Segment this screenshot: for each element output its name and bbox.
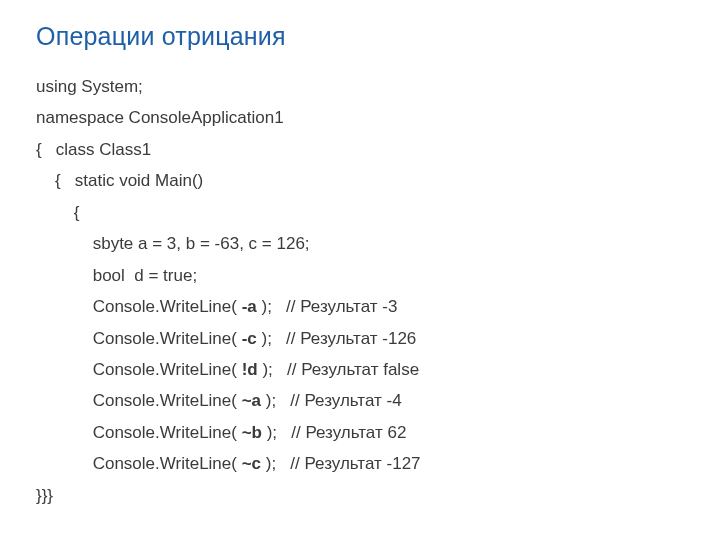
code-line: }}} [36,486,53,505]
code-line: bool d = true; [36,266,197,285]
code-bold: -c [242,329,257,348]
code-line: Console.WriteLine( [36,360,242,379]
code-bold: ~b [242,423,262,442]
code-bold: -a [242,297,257,316]
code-line: ); // Результат -4 [261,391,402,410]
code-line: Console.WriteLine( [36,329,242,348]
code-line: Console.WriteLine( [36,423,242,442]
code-line: ); // Результат -127 [261,454,421,473]
code-line: sbyte a = 3, b = -63, c = 126; [36,234,310,253]
code-line: Console.WriteLine( [36,297,242,316]
slide: Операции отрицания using System; namespa… [0,0,720,540]
code-bold: ~c [242,454,261,473]
code-line: Console.WriteLine( [36,454,242,473]
code-line: { [36,203,79,222]
code-line: ); // Результат -126 [257,329,417,348]
code-line: ); // Результат false [258,360,419,379]
code-line: ); // Результат 62 [262,423,406,442]
code-line: { static void Main() [36,171,203,190]
code-bold: ~a [242,391,261,410]
code-line: ); // Результат -3 [257,297,398,316]
code-line: using System; [36,77,143,96]
code-line: namespace ConsoleApplication1 [36,108,284,127]
code-line: Console.WriteLine( [36,391,242,410]
code-line: { class Class1 [36,140,151,159]
code-block: using System; namespace ConsoleApplicati… [36,71,684,511]
slide-title: Операции отрицания [36,22,684,51]
code-bold: !d [242,360,258,379]
